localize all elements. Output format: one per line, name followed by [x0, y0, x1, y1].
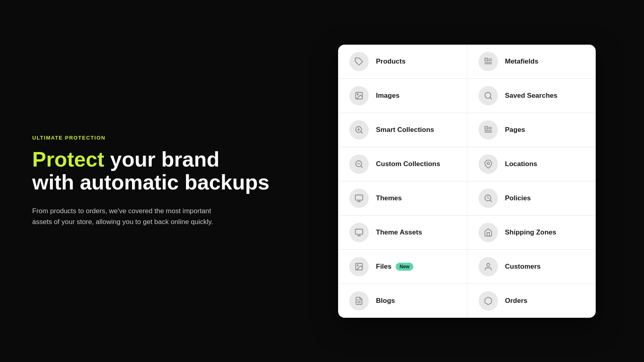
- svg-point-19: [487, 162, 489, 165]
- locations-label: Locations: [505, 160, 537, 168]
- policies-cell[interactable]: Policies: [467, 181, 596, 215]
- metafields-cell[interactable]: Metafields: [467, 45, 596, 78]
- policies-label: Policies: [505, 194, 531, 202]
- svg-rect-12: [485, 126, 487, 129]
- grid-row: Images Saved Searches: [338, 79, 596, 113]
- svg-rect-1: [485, 58, 487, 60]
- saved-searches-cell[interactable]: Saved Searches: [467, 79, 596, 113]
- metafields-icon: [479, 52, 498, 71]
- svg-line-24: [490, 200, 491, 202]
- shipping-zones-icon: [479, 223, 498, 242]
- smart-collections-icon: [349, 120, 369, 140]
- grid-row: Themes Policies: [338, 181, 596, 216]
- grid-row: Files New Customers: [338, 250, 596, 284]
- custom-collections-label: Custom Collections: [376, 160, 440, 168]
- pages-cell[interactable]: Pages: [467, 113, 596, 147]
- smart-collections-label: Smart Collections: [376, 126, 434, 134]
- grid-row: Custom Collections Locations: [338, 147, 596, 181]
- policies-icon: [479, 189, 498, 208]
- products-label: Products: [376, 58, 406, 66]
- themes-cell[interactable]: Themes: [338, 181, 467, 215]
- feature-grid: Products Metafields: [338, 45, 596, 318]
- smart-collections-cell[interactable]: Smart Collections: [338, 113, 467, 147]
- headline: Protect your brand with automatic backup…: [32, 148, 274, 194]
- grid-row: Smart Collections Pages: [338, 113, 596, 147]
- customers-cell[interactable]: Customers: [467, 250, 596, 284]
- new-badge: New: [396, 263, 414, 271]
- eyebrow-label: ULTIMATE PROTECTION: [32, 135, 274, 141]
- saved-searches-label: Saved Searches: [505, 92, 557, 100]
- theme-assets-icon: [349, 223, 369, 242]
- blogs-icon: [349, 291, 369, 311]
- orders-cell[interactable]: Orders: [467, 284, 596, 318]
- images-icon: [349, 86, 369, 105]
- svg-point-7: [357, 94, 358, 95]
- images-cell[interactable]: Images: [338, 79, 467, 113]
- blogs-label: Blogs: [376, 297, 395, 305]
- pages-label: Pages: [505, 126, 525, 134]
- grid-row: Blogs Orders: [338, 284, 596, 318]
- themes-icon: [349, 189, 369, 208]
- locations-icon: [479, 154, 498, 174]
- headline-highlight: Protect: [32, 148, 104, 171]
- shipping-zones-label: Shipping Zones: [505, 228, 557, 237]
- theme-assets-label: Theme Assets: [376, 228, 422, 237]
- metafields-label: Metafields: [505, 58, 539, 66]
- svg-line-11: [361, 132, 362, 133]
- svg-rect-25: [355, 229, 363, 234]
- grid-row: Theme Assets Shipping Zones: [338, 216, 596, 250]
- orders-icon: [479, 291, 498, 311]
- locations-cell[interactable]: Locations: [467, 147, 596, 181]
- right-panel: Products Metafields: [306, 21, 644, 342]
- orders-label: Orders: [505, 297, 528, 305]
- blogs-cell[interactable]: Blogs: [338, 284, 467, 318]
- pages-icon: [479, 120, 498, 140]
- customers-label: Customers: [505, 263, 541, 271]
- themes-label: Themes: [376, 194, 402, 202]
- custom-collections-icon: [349, 154, 369, 174]
- svg-line-18: [361, 166, 362, 167]
- custom-collections-cell[interactable]: Custom Collections: [338, 147, 467, 181]
- images-label: Images: [376, 92, 400, 100]
- saved-searches-icon: [479, 86, 498, 105]
- products-cell[interactable]: Products: [338, 45, 467, 78]
- svg-point-30: [487, 263, 489, 266]
- files-icon: [349, 257, 369, 276]
- customers-icon: [479, 257, 498, 276]
- left-panel: ULTIMATE PROTECTION Protect your brand w…: [0, 111, 306, 251]
- subtext: From products to orders, we've covered t…: [32, 206, 225, 227]
- grid-row: Products Metafields: [338, 45, 596, 79]
- svg-point-29: [357, 265, 358, 266]
- shipping-zones-cell[interactable]: Shipping Zones: [467, 216, 596, 249]
- theme-assets-cell[interactable]: Theme Assets: [338, 216, 467, 249]
- svg-line-9: [490, 97, 491, 99]
- products-icon: [349, 52, 369, 71]
- files-label: Files New: [376, 263, 413, 271]
- svg-rect-20: [355, 195, 363, 200]
- files-cell[interactable]: Files New: [338, 250, 467, 284]
